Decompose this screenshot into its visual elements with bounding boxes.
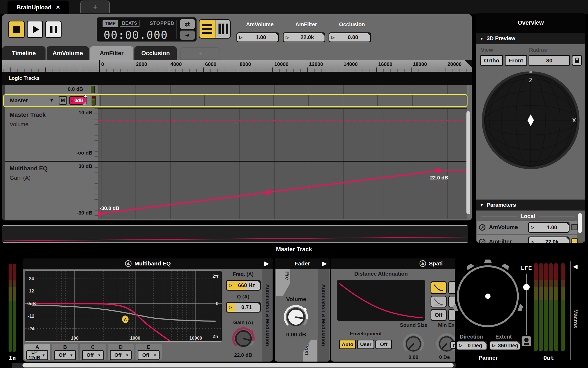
fader-automation-strip[interactable]: Automation & Modulation <box>318 269 329 362</box>
eq-module-header[interactable]: Multiband EQ ▶ <box>23 258 273 269</box>
output-meter <box>544 263 548 351</box>
advance-button[interactable]: ➜ <box>180 31 195 40</box>
param-checkbox-checked[interactable] <box>571 238 578 243</box>
panner-field[interactable] <box>450 259 525 334</box>
monitor-amvolume-value[interactable]: ▷ 1.00 <box>236 32 279 42</box>
timeline-ruler[interactable]: 0200040006000800010000120001400016000180… <box>2 60 472 72</box>
eq-freq-label: Freq. (A) <box>225 271 261 277</box>
radius-field[interactable]: 30 <box>529 55 570 66</box>
lfe-speaker-icon <box>522 336 531 346</box>
playhead[interactable] <box>99 60 100 72</box>
distance-attenuation-graph[interactable] <box>337 280 425 321</box>
overview-panel: Overview ▼ 3D Preview View Radius Ortho … <box>476 13 585 243</box>
volume-lane-area[interactable] <box>98 108 467 161</box>
front-button[interactable]: Front <box>505 55 527 66</box>
timeline-minimap[interactable] <box>2 225 468 243</box>
list-view-button[interactable] <box>199 20 216 38</box>
band-filter-select[interactable]: Off ▼ <box>82 350 104 360</box>
bottom-scrollbar-track[interactable] <box>12 363 456 368</box>
clock[interactable]: 00:00.000 <box>104 29 168 42</box>
expand-icon[interactable]: ▶ <box>264 260 269 267</box>
eq-band-e[interactable]: E Off ▼ <box>135 344 162 360</box>
eq-band-c[interactable]: C Off ▼ <box>80 344 106 360</box>
new-tab-button[interactable]: + <box>80 1 110 13</box>
expand-icon[interactable]: ▶ <box>322 260 327 267</box>
extent-field[interactable]: ▷ 360 Deg <box>489 341 521 350</box>
tracks-scrollbar[interactable] <box>466 111 470 214</box>
lfe-slider-track[interactable] <box>526 274 527 335</box>
lock-button[interactable] <box>572 55 582 66</box>
time-mode-button[interactable]: TIME <box>103 20 118 27</box>
envelopment-user-button[interactable]: User <box>357 340 374 349</box>
pre-fader-tab[interactable]: Pre <box>276 269 290 296</box>
gain-automation-curve[interactable]: -30.0 dB 22.0 dB <box>98 162 467 219</box>
ortho-button[interactable]: Ortho <box>480 55 503 66</box>
master-row-lane[interactable] <box>99 95 468 106</box>
param-row-amfilter[interactable]: ↗ AmFilter ▷ 22.0k <box>477 235 577 243</box>
curve-linear-button[interactable] <box>431 296 447 307</box>
tab-brainupload[interactable]: BrainUpload ✕ <box>7 1 69 14</box>
minimap-curve <box>2 226 468 242</box>
loop-button[interactable]: ⇄ <box>180 19 195 29</box>
chevron-down-icon[interactable]: ▼ <box>50 98 54 103</box>
collapse-left-icon[interactable]: ◀ <box>573 263 578 270</box>
eq-q-field[interactable]: ▷ 0.71 <box>226 302 261 313</box>
preview-section-header[interactable]: ▼ 3D Preview <box>476 33 585 44</box>
play-button[interactable] <box>27 21 43 38</box>
link-icon[interactable]: ↗ <box>479 239 485 243</box>
tab-amfilter[interactable]: AmFilter <box>90 46 133 60</box>
lfe-slider-thumb[interactable] <box>523 284 530 290</box>
ruler-tick-label: 16000 <box>378 61 392 67</box>
parameters-section-header[interactable]: ▼ Parameters <box>476 200 585 211</box>
curve-exp-button[interactable] <box>431 281 447 294</box>
bottom-scrollbar-thumb[interactable] <box>22 363 454 367</box>
mute-button[interactable]: M <box>59 96 67 105</box>
param-value-field[interactable]: ▷ 1.00 <box>528 222 570 233</box>
eq-band-a[interactable]: A LP 12dB ▼ <box>24 344 50 360</box>
eq-freq-field[interactable]: ▷ 660 Hz <box>226 280 261 291</box>
column-view-button[interactable] <box>216 20 230 38</box>
band-filter-select[interactable]: LP 12dB ▼ <box>26 350 48 360</box>
envelopment-auto-button[interactable]: Auto <box>339 340 356 349</box>
3d-sphere-preview[interactable]: Z X <box>480 69 582 171</box>
gain-badge[interactable]: ▷ 0dB <box>69 96 86 105</box>
tab-add-view[interactable]: + <box>180 47 220 60</box>
post-fader-tab[interactable]: Post <box>303 340 317 362</box>
band-filter-select[interactable]: Off ▼ <box>110 350 132 360</box>
parameters-scrollbar[interactable] <box>578 213 582 233</box>
curve-off-button[interactable]: Off <box>431 309 447 321</box>
tab-occlusion[interactable]: Occlusion <box>134 46 177 60</box>
param-row-amvolume[interactable]: ↗ AmVolume ▷ 1.00 <box>477 221 577 234</box>
band-filter-select[interactable]: Off ▼ <box>54 350 76 360</box>
eq-band-b[interactable]: B Off ▼ <box>52 344 78 360</box>
pause-button[interactable] <box>45 21 62 38</box>
envelopment-off-button[interactable]: Off <box>375 340 392 349</box>
eq-automation-strip[interactable]: Automation & Modulation <box>262 269 273 362</box>
beats-mode-button[interactable]: BEATS <box>120 20 140 27</box>
eq-gain-knob[interactable] <box>232 327 255 350</box>
param-checkbox[interactable] <box>571 224 578 230</box>
svg-text:10000: 10000 <box>189 336 202 341</box>
volume-automation-line[interactable] <box>98 120 467 121</box>
fader-volume-knob[interactable] <box>283 305 308 330</box>
tab-timeline[interactable]: Timeline <box>2 46 46 60</box>
tab-amvolume[interactable]: AmVolume <box>47 46 89 60</box>
direction-field[interactable]: ▷ 0 Deg <box>456 341 487 350</box>
macros-strip[interactable]: Macros <box>571 292 579 346</box>
monitor-occlusion-value[interactable]: ▷ 0.00 <box>329 32 371 42</box>
monitor-amfilter-value[interactable]: ▷ 22.0k <box>283 32 325 42</box>
gain-lane-area[interactable]: -30.0 dB 22.0 dB <box>98 162 467 219</box>
fader-module-header[interactable]: Fader ▶ <box>275 258 330 269</box>
param-value-field[interactable]: ▷ 22.0k <box>528 236 570 243</box>
master-track-name[interactable]: Master <box>10 97 28 104</box>
eq-band-d[interactable]: D Off ▼ <box>108 344 134 360</box>
track-row-clipped[interactable]: 0.0 dB <box>5 85 469 94</box>
sound-size-knob[interactable] <box>403 333 424 355</box>
link-icon[interactable]: ↗ <box>479 224 485 231</box>
eq-graph[interactable]: A 24 12 0dB -12 -24 2π 0 -2π 100 1000 10… <box>25 271 222 342</box>
band-filter-select[interactable]: Off ▼ <box>138 350 160 360</box>
master-track-row[interactable]: Master ▼ M ▷ 0dB <box>3 94 468 107</box>
close-icon[interactable]: ✕ <box>56 4 60 10</box>
stop-button[interactable] <box>8 21 25 38</box>
track-row-lane[interactable] <box>98 85 467 94</box>
